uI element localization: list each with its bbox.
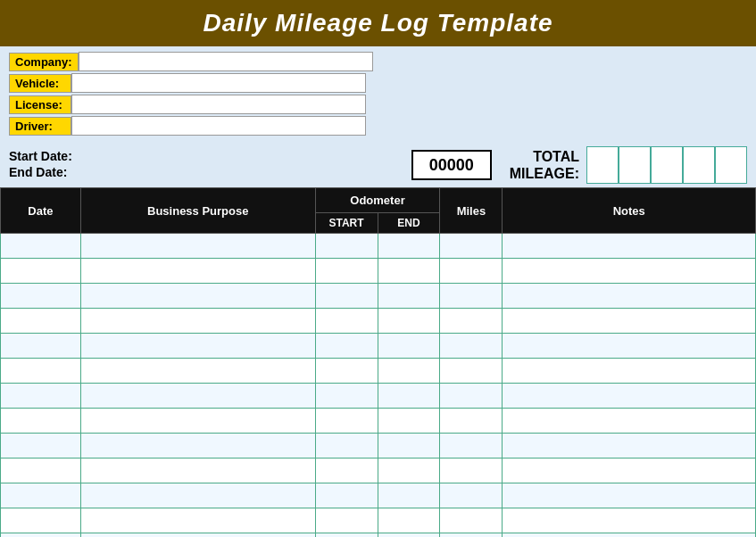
table-cell[interactable]: [378, 234, 440, 259]
table-cell[interactable]: [378, 259, 440, 284]
table-cell[interactable]: [1, 508, 81, 533]
table-cell[interactable]: [80, 533, 315, 538]
table-cell[interactable]: [440, 483, 503, 508]
table-cell[interactable]: [80, 359, 315, 384]
start-date-row: Start Date:: [9, 149, 72, 163]
table-cell[interactable]: [1, 434, 81, 459]
table-cell[interactable]: [503, 533, 756, 538]
table-cell[interactable]: [80, 309, 315, 334]
table-cell[interactable]: [440, 334, 503, 359]
vehicle-input[interactable]: [71, 73, 366, 93]
table-cell[interactable]: [503, 259, 756, 284]
start-date-label: Start Date:: [9, 149, 72, 163]
table-cell[interactable]: [315, 334, 378, 359]
table-cell[interactable]: [315, 459, 378, 483]
table-cell[interactable]: [315, 508, 378, 533]
col-header-miles: Miles: [440, 188, 503, 234]
table-cell[interactable]: [1, 309, 81, 334]
table-cell[interactable]: [503, 334, 756, 359]
table-cell[interactable]: [378, 409, 440, 434]
table-cell[interactable]: [80, 508, 315, 533]
table-cell[interactable]: [503, 459, 756, 483]
table-cell[interactable]: [315, 384, 378, 409]
table-cell[interactable]: [503, 284, 756, 309]
table-cell[interactable]: [315, 533, 378, 538]
table-cell[interactable]: [503, 508, 756, 533]
table-cell[interactable]: [440, 409, 503, 434]
table-cell[interactable]: [440, 309, 503, 334]
table-cell[interactable]: [440, 533, 503, 538]
table-cell[interactable]: [378, 434, 440, 459]
table-cell[interactable]: [378, 533, 440, 538]
table-cell[interactable]: [503, 434, 756, 459]
table-cell[interactable]: [315, 359, 378, 384]
table-cell[interactable]: [1, 384, 81, 409]
table-row: [1, 483, 756, 508]
table-cell[interactable]: [503, 483, 756, 508]
table-cell[interactable]: [440, 359, 503, 384]
table-cell[interactable]: [1, 483, 81, 508]
table-cell[interactable]: [440, 508, 503, 533]
table-cell[interactable]: [1, 533, 81, 538]
table-cell[interactable]: [440, 259, 503, 284]
table-cell[interactable]: [80, 409, 315, 434]
table-cell[interactable]: [440, 284, 503, 309]
table-cell[interactable]: [1, 234, 81, 259]
table-cell[interactable]: [315, 434, 378, 459]
table-cell[interactable]: [1, 284, 81, 309]
total-block: TOTALMILEAGE:: [510, 146, 747, 184]
table-cell[interactable]: [440, 434, 503, 459]
driver-input[interactable]: [71, 116, 366, 136]
table-cell[interactable]: [1, 259, 81, 284]
table-cell[interactable]: [378, 483, 440, 508]
table-cell[interactable]: [378, 284, 440, 309]
table-cell[interactable]: [1, 409, 81, 434]
table-cell[interactable]: [503, 409, 756, 434]
total-box-4[interactable]: [683, 146, 715, 184]
table-cell[interactable]: [80, 483, 315, 508]
table-cell[interactable]: [80, 259, 315, 284]
table-cell[interactable]: [378, 508, 440, 533]
table-cell[interactable]: [80, 334, 315, 359]
table-cell[interactable]: [378, 459, 440, 483]
driver-label: Driver:: [9, 117, 71, 136]
table-cell[interactable]: [80, 234, 315, 259]
table-cell[interactable]: [503, 359, 756, 384]
total-box-3[interactable]: [651, 146, 683, 184]
table-cell[interactable]: [315, 409, 378, 434]
table-cell[interactable]: [1, 459, 81, 483]
table-cell[interactable]: [1, 359, 81, 384]
license-input[interactable]: [71, 95, 366, 114]
table-cell[interactable]: [80, 434, 315, 459]
company-input[interactable]: [79, 52, 373, 71]
table-cell[interactable]: [378, 359, 440, 384]
total-box-2[interactable]: [619, 146, 651, 184]
table-row: [1, 359, 756, 384]
table-cell[interactable]: [315, 234, 378, 259]
table-row: [1, 309, 756, 334]
table-cell[interactable]: [80, 384, 315, 409]
table-cell[interactable]: [378, 334, 440, 359]
table-cell[interactable]: [80, 284, 315, 309]
total-box-5[interactable]: [715, 146, 747, 184]
table-cell[interactable]: [440, 384, 503, 409]
vehicle-row: Vehicle:: [9, 73, 515, 93]
table-cell[interactable]: [503, 384, 756, 409]
table-cell[interactable]: [503, 234, 756, 259]
table-cell[interactable]: [1, 334, 81, 359]
info-right-area: [515, 52, 747, 137]
table-cell[interactable]: [315, 284, 378, 309]
table-cell[interactable]: [315, 259, 378, 284]
vehicle-label: Vehicle:: [9, 74, 71, 93]
table-cell[interactable]: [440, 459, 503, 483]
table-cell[interactable]: [315, 309, 378, 334]
total-box-1[interactable]: [586, 146, 619, 184]
table-cell[interactable]: [503, 309, 756, 334]
table-cell[interactable]: [80, 459, 315, 483]
table-cell[interactable]: [378, 384, 440, 409]
table-cell[interactable]: [315, 483, 378, 508]
table-row: [1, 384, 756, 409]
table-cell[interactable]: [378, 309, 440, 334]
table-cell[interactable]: [440, 234, 503, 259]
odometer-input[interactable]: [411, 150, 492, 180]
